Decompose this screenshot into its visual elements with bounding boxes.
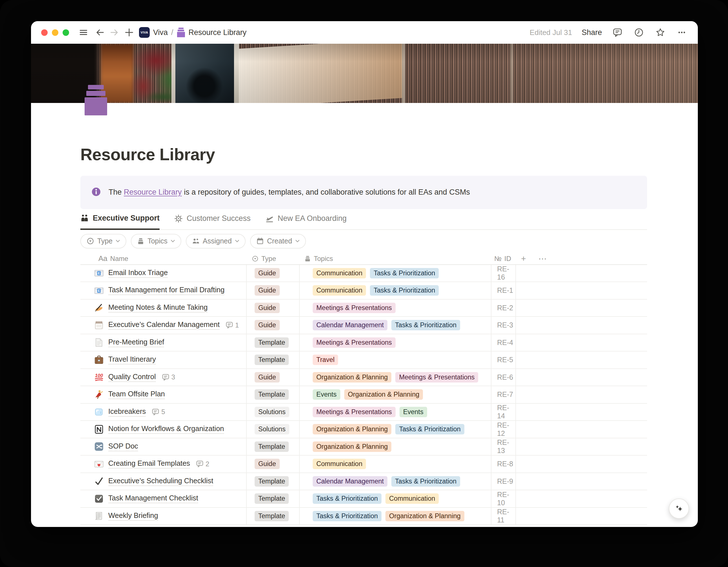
- topic-chip[interactable]: Organization & Planning: [313, 442, 391, 452]
- page-link[interactable]: Icebreakers: [108, 407, 146, 417]
- page-link[interactable]: Task Management for Email Drafting: [108, 286, 224, 295]
- column-header-type[interactable]: Type: [247, 255, 300, 262]
- new-tab-icon[interactable]: [123, 27, 135, 38]
- topic-chip[interactable]: Calendar Management: [313, 320, 387, 330]
- topic-chip[interactable]: Calendar Management: [313, 476, 387, 487]
- table-row[interactable]: Notion for Workflows & Organization Solu…: [80, 421, 647, 438]
- page-link[interactable]: Executive’s Scheduling Checklist: [108, 477, 213, 486]
- type-badge[interactable]: Template: [255, 389, 289, 400]
- breadcrumb-workspace[interactable]: Viva: [153, 28, 168, 37]
- type-badge[interactable]: Template: [255, 338, 289, 348]
- topic-chip[interactable]: Communication: [313, 268, 366, 278]
- topic-chip[interactable]: Communication: [313, 285, 366, 296]
- topic-chip[interactable]: Events: [313, 389, 340, 400]
- topic-chip[interactable]: Tasks & Prioritization: [370, 268, 439, 278]
- type-badge[interactable]: Template: [255, 511, 289, 521]
- topic-chip[interactable]: Meetings & Presentations: [395, 372, 478, 383]
- type-badge[interactable]: Solutions: [255, 407, 289, 417]
- type-badge[interactable]: Template: [255, 442, 289, 452]
- table-row[interactable]: E Email Inbox Triage Guide Communication…: [80, 265, 647, 282]
- table-row[interactable]: Executive’s Scheduling Checklist Templat…: [80, 473, 647, 491]
- topic-chip[interactable]: Tasks & Prioritization: [370, 285, 439, 296]
- page-link[interactable]: SOP Doc: [108, 442, 138, 451]
- type-badge[interactable]: Guide: [255, 459, 280, 469]
- page-link[interactable]: Pre-Meeting Brief: [108, 338, 164, 347]
- table-row[interactable]: Executive’s Calendar Management 1 Guide …: [80, 317, 647, 334]
- tab-executive-support[interactable]: Executive Support: [80, 212, 160, 230]
- minimize-window-button[interactable]: [52, 29, 58, 36]
- type-badge[interactable]: Guide: [255, 320, 280, 330]
- table-row[interactable]: Task Management Checklist Template Tasks…: [80, 490, 647, 508]
- table-row[interactable]: E Task Management for Email Drafting Gui…: [80, 282, 647, 300]
- topic-chip[interactable]: Organization & Planning: [313, 424, 391, 434]
- more-options-icon[interactable]: [676, 27, 688, 38]
- filter-topics[interactable]: Topics: [131, 234, 181, 248]
- favorite-star-icon[interactable]: [654, 27, 666, 38]
- topic-chip[interactable]: Organization & Planning: [313, 372, 391, 383]
- table-row[interactable]: Meeting Notes & Minute Taking Guide Meet…: [80, 300, 647, 317]
- filter-created[interactable]: Created: [250, 234, 306, 248]
- topic-chip[interactable]: Tasks & Prioritization: [391, 320, 460, 330]
- page-link[interactable]: Creating Email Templates: [108, 459, 190, 469]
- cover-image[interactable]: [31, 44, 698, 103]
- page-link[interactable]: Email Inbox Triage: [108, 268, 168, 278]
- type-badge[interactable]: Template: [255, 476, 289, 487]
- table-row[interactable]: SOP Doc Template Organization & Planning…: [80, 438, 647, 456]
- workspace-logo[interactable]: VIVA: [139, 27, 150, 38]
- page-icon-archive[interactable]: [85, 85, 107, 115]
- topic-chip[interactable]: Tasks & Prioritization: [313, 511, 381, 521]
- topic-chip[interactable]: Communication: [313, 459, 366, 469]
- table-more-button[interactable]: ⋯: [539, 253, 547, 263]
- topic-chip[interactable]: Meetings & Presentations: [313, 338, 396, 348]
- sidebar-menu-icon[interactable]: [78, 27, 89, 38]
- topic-chip[interactable]: Organization & Planning: [344, 389, 423, 400]
- page-link[interactable]: Executive’s Calendar Management: [108, 321, 220, 330]
- topic-chip[interactable]: Tasks & Prioritization: [313, 493, 381, 504]
- filter-assigned[interactable]: Assigned: [186, 234, 246, 248]
- type-badge[interactable]: Guide: [255, 372, 280, 383]
- page-link[interactable]: Weekly Briefing: [108, 511, 158, 521]
- add-column-button[interactable]: +: [521, 254, 526, 263]
- table-row[interactable]: 100 Quality Control 3 Guide Organization…: [80, 369, 647, 387]
- column-header-id[interactable]: №ID: [491, 255, 516, 262]
- table-row[interactable]: Weekly Briefing Template Tasks & Priorit…: [80, 508, 647, 525]
- topic-chip[interactable]: Tasks & Prioritization: [391, 476, 460, 487]
- page-link[interactable]: Notion for Workflows & Organization: [108, 425, 224, 434]
- topic-chip[interactable]: Meetings & Presentations: [313, 303, 396, 313]
- type-badge[interactable]: Guide: [255, 285, 280, 296]
- close-window-button[interactable]: [41, 29, 48, 36]
- column-header-topics[interactable]: Topics: [300, 255, 491, 262]
- topic-chip[interactable]: Tasks & Prioritization: [395, 424, 464, 434]
- comment-count[interactable]: 2: [196, 460, 209, 468]
- topic-chip[interactable]: Events: [400, 407, 427, 417]
- forward-icon[interactable]: [109, 27, 120, 38]
- callout-page-link[interactable]: Resource Library: [124, 188, 182, 196]
- tab-new-ea-onboarding[interactable]: New EA Onboarding: [265, 212, 347, 229]
- page-link[interactable]: Task Management Checklist: [108, 494, 198, 503]
- type-badge[interactable]: Guide: [255, 303, 280, 313]
- comment-count[interactable]: 1: [226, 321, 239, 329]
- table-row[interactable]: Travel Itinerary Template Travel RE-5: [80, 352, 647, 369]
- filter-type[interactable]: Type: [80, 234, 126, 248]
- comment-count[interactable]: 3: [162, 373, 175, 381]
- column-header-name[interactable]: AaName: [80, 254, 247, 263]
- breadcrumb-page[interactable]: Resource Library: [189, 28, 247, 37]
- page-link[interactable]: Meeting Notes & Minute Taking: [108, 303, 208, 313]
- page-link[interactable]: Travel Itinerary: [108, 355, 156, 365]
- comment-count[interactable]: 5: [152, 408, 165, 416]
- ai-assistant-button[interactable]: [669, 498, 689, 519]
- type-badge[interactable]: Template: [255, 355, 289, 365]
- type-badge[interactable]: Guide: [255, 268, 280, 278]
- topic-chip[interactable]: Meetings & Presentations: [313, 407, 396, 417]
- type-badge[interactable]: Template: [255, 493, 289, 504]
- back-icon[interactable]: [94, 27, 106, 38]
- page-link[interactable]: Team Offsite Plan: [108, 390, 165, 399]
- topic-chip[interactable]: Travel: [313, 355, 338, 365]
- tab-customer-success[interactable]: Customer Success: [174, 212, 251, 229]
- topic-chip[interactable]: Organization & Planning: [385, 511, 464, 521]
- history-icon[interactable]: [633, 27, 645, 38]
- type-badge[interactable]: Solutions: [255, 424, 289, 434]
- zoom-window-button[interactable]: [63, 29, 69, 36]
- share-button[interactable]: Share: [582, 28, 602, 37]
- topic-chip[interactable]: Communication: [385, 493, 439, 504]
